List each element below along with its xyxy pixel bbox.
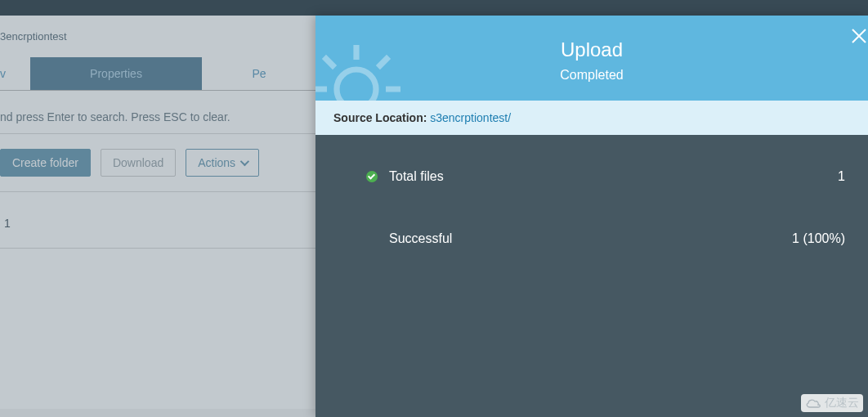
svg-point-0 (337, 70, 376, 101)
cloud-icon (805, 397, 821, 409)
successful-value: 1 (100%) (792, 231, 845, 246)
source-location-bar: Source Location: s3encrptiontest/ (315, 101, 868, 135)
watermark: 亿速云 (801, 394, 863, 412)
upload-panel: Upload Completed Source Location: s3encr… (315, 16, 868, 417)
check-icon (366, 171, 378, 182)
tab-overview[interactable]: v (0, 57, 30, 90)
create-folder-button[interactable]: Create folder (0, 149, 91, 177)
top-bar (0, 0, 868, 16)
stat-successful: Successful 1 (100%) (366, 231, 845, 246)
upload-stats: Total files 1 Successful 1 (100%) (315, 135, 868, 294)
total-files-value: 1 (838, 169, 845, 184)
tab-properties[interactable]: Properties (30, 57, 202, 90)
tab-permissions[interactable]: Pe (202, 57, 316, 90)
close-icon[interactable] (850, 27, 868, 48)
source-label: Source Location: (333, 111, 427, 124)
total-files-label: Total files (389, 169, 444, 184)
successful-label: Successful (389, 231, 452, 246)
chevron-down-icon (240, 157, 249, 166)
actions-button[interactable]: Actions (186, 149, 259, 177)
panel-header: Upload Completed (315, 16, 868, 101)
download-button: Download (101, 149, 176, 177)
source-link[interactable]: s3encrptiontest/ (430, 111, 511, 124)
gear-icon (315, 40, 405, 101)
stat-total-files: Total files 1 (366, 169, 845, 184)
actions-label: Actions (198, 156, 235, 169)
